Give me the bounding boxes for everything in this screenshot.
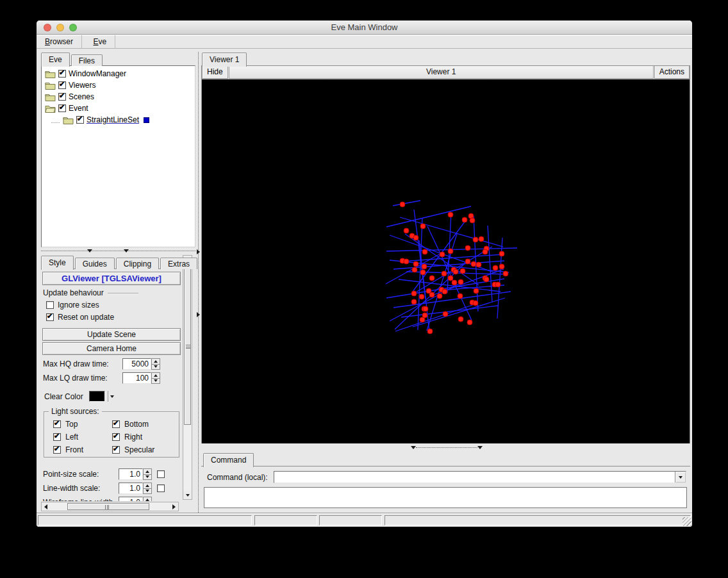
scroll-left-button[interactable] xyxy=(42,502,50,511)
ignore-sizes-label: Ignore sizes xyxy=(58,301,99,310)
checkbox[interactable] xyxy=(53,420,61,428)
divider xyxy=(108,293,138,293)
line-width-checkbox[interactable] xyxy=(157,484,165,492)
light-label: Left xyxy=(65,433,78,442)
light-bottom[interactable]: Bottom xyxy=(112,418,176,431)
camera-home-button[interactable]: Camera Home xyxy=(42,342,181,355)
thumb-grip-icon xyxy=(186,345,190,349)
point-size-checkbox[interactable] xyxy=(157,470,165,478)
scroll-right-button[interactable] xyxy=(170,502,178,511)
style-vertical-scrollbar[interactable] xyxy=(183,255,192,500)
tree-item-viewers[interactable]: Viewers xyxy=(42,79,195,91)
checkbox[interactable] xyxy=(58,104,66,112)
line-width-value[interactable]: 1.0 xyxy=(119,483,143,494)
splitter-arrow-icon xyxy=(197,312,200,317)
tab-files[interactable]: Files xyxy=(71,54,103,66)
max-hq-value[interactable]: 5000 xyxy=(122,358,151,370)
folder-icon xyxy=(63,116,74,124)
command-input[interactable] xyxy=(274,472,675,483)
checkbox[interactable] xyxy=(112,446,120,454)
spin-down-button[interactable] xyxy=(151,379,160,384)
tree-item-label[interactable]: WindowManager xyxy=(69,69,126,78)
resize-grip[interactable] xyxy=(682,517,691,526)
tree-item-straightlineset[interactable]: StraightLineSet xyxy=(42,114,195,126)
hide-button[interactable]: Hide xyxy=(202,66,228,79)
spin-up-button[interactable] xyxy=(143,468,152,475)
update-scene-button[interactable]: Update Scene xyxy=(42,328,181,341)
tree-item-label[interactable]: Scenes xyxy=(69,92,94,101)
light-label: Bottom xyxy=(124,420,149,429)
light-label: Specular xyxy=(124,445,154,454)
tree-item-label[interactable]: Event xyxy=(69,104,88,113)
style-horizontal-scrollbar[interactable] xyxy=(41,502,179,511)
menu-eve[interactable]: Eve xyxy=(85,35,115,48)
light-front[interactable]: Front xyxy=(53,443,112,456)
editor-tabs: Style Guides Clipping Extras xyxy=(41,255,199,269)
tab-guides[interactable]: Guides xyxy=(75,258,115,269)
checkbox[interactable] xyxy=(53,433,61,441)
close-button[interactable] xyxy=(44,24,51,31)
tab-command[interactable]: Command xyxy=(203,453,254,467)
splitter-arrow-icon xyxy=(87,249,92,252)
tab-clipping[interactable]: Clipping xyxy=(116,258,159,269)
command-dropdown-button[interactable] xyxy=(675,472,686,483)
spin-up-button[interactable] xyxy=(151,358,160,365)
zoom-button[interactable] xyxy=(69,24,77,31)
light-right[interactable]: Right xyxy=(112,431,176,443)
checkbox[interactable] xyxy=(112,433,120,441)
viewer-canvas[interactable] xyxy=(202,79,690,443)
point-size-value[interactable]: 1.0 xyxy=(119,468,143,480)
spin-up-button[interactable] xyxy=(143,483,152,489)
viewer-frame: Hide Viewer 1 Actions xyxy=(201,65,690,443)
tree-item-event[interactable]: Event xyxy=(42,103,195,114)
actions-button[interactable]: Actions xyxy=(654,66,690,79)
tree-item-label[interactable]: Viewers xyxy=(69,81,95,90)
spin-up-button[interactable] xyxy=(143,497,152,501)
status-cell xyxy=(38,515,252,525)
checkbox[interactable] xyxy=(112,420,120,428)
light-top[interactable]: Top xyxy=(53,418,112,431)
clear-color-swatch[interactable] xyxy=(89,391,105,402)
tree-splitter[interactable] xyxy=(41,248,195,254)
spin-down-button[interactable] xyxy=(143,475,152,481)
item-color-swatch[interactable] xyxy=(144,117,149,123)
scroll-down-button[interactable] xyxy=(183,491,192,499)
viewer-toolbar: Hide Viewer 1 Actions xyxy=(202,66,690,79)
scrollbar-thumb[interactable] xyxy=(184,267,191,425)
tab-extras[interactable]: Extras xyxy=(160,258,197,269)
light-label: Right xyxy=(124,433,142,442)
clear-color-dropdown[interactable] xyxy=(108,391,117,402)
tree-item-label[interactable]: StraightLineSet xyxy=(87,115,139,124)
max-lq-value[interactable]: 100 xyxy=(122,372,151,384)
menu-browser[interactable]: Browser xyxy=(37,35,82,48)
checkbox[interactable] xyxy=(53,446,61,454)
light-left[interactable]: Left xyxy=(53,431,112,443)
scrollbar-thumb[interactable] xyxy=(67,503,149,510)
eve-main-window: Eve Main Window Browser Eve Eve Files Wi… xyxy=(37,21,692,527)
light-specular[interactable]: Specular xyxy=(112,443,176,456)
glviewer-button[interactable]: GLViewer [TGLSAViewer] xyxy=(42,272,181,285)
command-splitter[interactable] xyxy=(202,443,690,452)
spin-down-button[interactable] xyxy=(151,365,160,370)
checkbox[interactable] xyxy=(76,116,84,124)
command-output[interactable] xyxy=(204,487,687,508)
menu-bar: Browser Eve xyxy=(37,35,692,49)
checkbox[interactable] xyxy=(58,70,66,78)
minimize-button[interactable] xyxy=(56,24,64,31)
checkbox[interactable] xyxy=(58,81,66,89)
tree-connector xyxy=(51,117,60,123)
tree-item-windowmanager[interactable]: WindowManager xyxy=(42,68,195,79)
tab-style[interactable]: Style xyxy=(41,256,74,270)
checkbox[interactable] xyxy=(58,93,66,101)
viewer-title[interactable]: Viewer 1 xyxy=(229,66,654,79)
wireframe-value[interactable]: 1.0 xyxy=(119,497,143,501)
ignore-sizes-checkbox[interactable] xyxy=(46,301,54,309)
spin-down-button[interactable] xyxy=(143,489,152,495)
reset-on-update-checkbox[interactable] xyxy=(46,313,54,321)
spin-up-button[interactable] xyxy=(151,372,160,379)
tree-item-scenes[interactable]: Scenes xyxy=(42,91,195,103)
tab-eve[interactable]: Eve xyxy=(41,53,70,67)
title-bar[interactable]: Eve Main Window xyxy=(37,21,692,35)
tab-viewer-1[interactable]: Viewer 1 xyxy=(202,53,247,67)
style-editor-panel: GLViewer [TGLSAViewer] Update behaviour … xyxy=(41,268,183,501)
